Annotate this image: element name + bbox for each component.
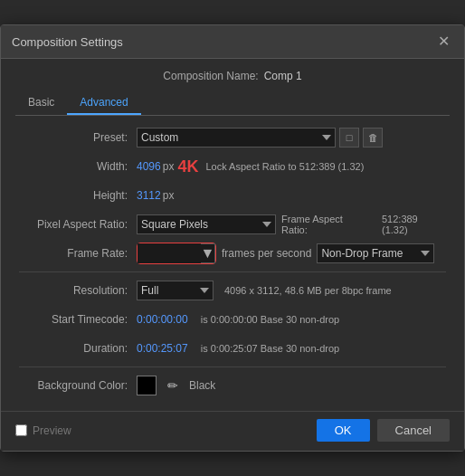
framerate-label: Frame Rate: — [19, 247, 137, 260]
comp-name-label: Composition Name: — [163, 70, 258, 82]
tab-basic[interactable]: Basic — [15, 91, 67, 115]
tab-advanced[interactable]: Advanced — [67, 91, 140, 115]
dialog-title: Composition Settings — [12, 35, 123, 49]
resolution-row: Resolution: Full 4096 x 3112, 48.6 MB pe… — [19, 280, 446, 301]
fps-label: frames per second — [222, 247, 311, 260]
resolution-info: 4096 x 3112, 48.6 MB per 8bpc frame — [224, 285, 392, 296]
duration-info: is 0:00:25:07 Base 30 non-drop — [201, 343, 340, 354]
resolution-controls: Full 4096 x 3112, 48.6 MB per 8bpc frame — [137, 281, 392, 300]
start-tc-label: Start Timecode: — [19, 313, 137, 326]
par-select[interactable]: Square Pixels — [137, 214, 276, 234]
title-bar: Composition Settings ✕ — [1, 25, 464, 59]
comp-name-row: Composition Name: Comp 1 — [15, 70, 450, 82]
composition-settings-dialog: Composition Settings ✕ Composition Name:… — [0, 24, 465, 452]
height-label: Height: — [19, 189, 137, 202]
resolution-select[interactable]: Full — [137, 281, 214, 300]
form-section: Preset: Custom □ 🗑 Width: 4096 px 4K Loc… — [15, 127, 450, 396]
duration-row: Duration: 0:00:25:07 is 0:00:25:07 Base … — [19, 338, 446, 359]
height-value[interactable]: 3112 — [137, 189, 161, 202]
divider-2 — [19, 367, 446, 367]
height-controls: 3112 px — [137, 189, 174, 202]
height-row: Height: 3112 px — [19, 185, 446, 206]
par-row: Pixel Aspect Ratio: Square Pixels Frame … — [19, 214, 446, 235]
par-label: Pixel Aspect Ratio: — [19, 218, 137, 231]
start-tc-row: Start Timecode: 0:00:00:00 is 0:00:00:00… — [19, 309, 446, 330]
cancel-button[interactable]: Cancel — [377, 419, 450, 442]
framerate-controls: 29.97 ▼ frames per second Non-Drop Frame — [137, 243, 434, 264]
preset-controls: Custom □ 🗑 — [137, 128, 383, 148]
duration-controls: 0:00:25:07 is 0:00:25:07 Base 30 non-dro… — [137, 342, 339, 355]
start-tc-controls: 0:00:00:00 is 0:00:00:00 Base 30 non-dro… — [137, 313, 339, 326]
footer-buttons: OK Cancel — [317, 419, 450, 442]
preset-save-button[interactable]: □ — [339, 128, 359, 148]
fps-input[interactable]: 29.97 — [138, 243, 201, 263]
divider-1 — [19, 271, 446, 272]
dialog-footer: Preview OK Cancel — [1, 411, 464, 451]
bg-color-row: Background Color: ✏ Black — [19, 375, 446, 396]
bg-color-label: Background Color: — [19, 379, 137, 392]
width-controls: 4096 px 4K Lock Aspect Ratio to 512:389 … — [137, 158, 364, 175]
preview-label: Preview — [33, 424, 71, 437]
start-tc-value[interactable]: 0:00:00:00 — [137, 313, 188, 326]
aspect-lock-info: Lock Aspect Ratio to 512:389 (1.32) — [205, 161, 364, 172]
fps-oval: 29.97 ▼ — [137, 243, 216, 264]
width-label: Width: — [19, 160, 137, 173]
width-value[interactable]: 4096 — [137, 160, 161, 173]
eyedropper-icon[interactable]: ✏ — [167, 378, 178, 393]
fps-dropdown-btn[interactable]: ▼ — [201, 243, 215, 263]
width-row: Width: 4096 px 4K Lock Aspect Ratio to 5… — [19, 156, 446, 177]
duration-value[interactable]: 0:00:25:07 — [137, 342, 188, 355]
start-tc-info: is 0:00:00:00 Base 30 non-drop — [201, 314, 340, 325]
close-button[interactable]: ✕ — [434, 33, 453, 51]
frame-aspect-label: Frame Aspect Ratio: — [281, 214, 371, 235]
ok-button[interactable]: OK — [317, 419, 370, 442]
dialog-body: Composition Name: Comp 1 Basic Advanced … — [1, 59, 464, 411]
preview-checkbox[interactable] — [15, 424, 27, 436]
preset-delete-button[interactable]: 🗑 — [363, 128, 383, 148]
drop-frame-select[interactable]: Non-Drop Frame — [317, 243, 434, 263]
height-unit: px — [163, 189, 175, 202]
tabs-bar: Basic Advanced — [15, 91, 450, 116]
bg-color-swatch[interactable] — [137, 376, 157, 395]
preset-label: Preset: — [19, 131, 137, 144]
par-controls: Square Pixels Frame Aspect Ratio: 512:38… — [137, 214, 446, 235]
preview-area: Preview — [15, 424, 71, 437]
resolution-label: Resolution: — [19, 284, 137, 297]
width-unit: px — [163, 160, 175, 173]
comp-name-value: Comp 1 — [264, 70, 302, 82]
duration-label: Duration: — [19, 342, 137, 355]
bg-color-controls: ✏ Black — [137, 376, 215, 395]
preset-row: Preset: Custom □ 🗑 — [19, 127, 446, 148]
preset-select[interactable]: Custom — [137, 128, 336, 148]
fourk-badge: 4K — [177, 158, 198, 175]
bg-color-name: Black — [189, 379, 215, 392]
framerate-row: Frame Rate: 29.97 ▼ frames per second No… — [19, 243, 446, 264]
frame-aspect-value: 512:389 (1.32) — [382, 214, 446, 235]
